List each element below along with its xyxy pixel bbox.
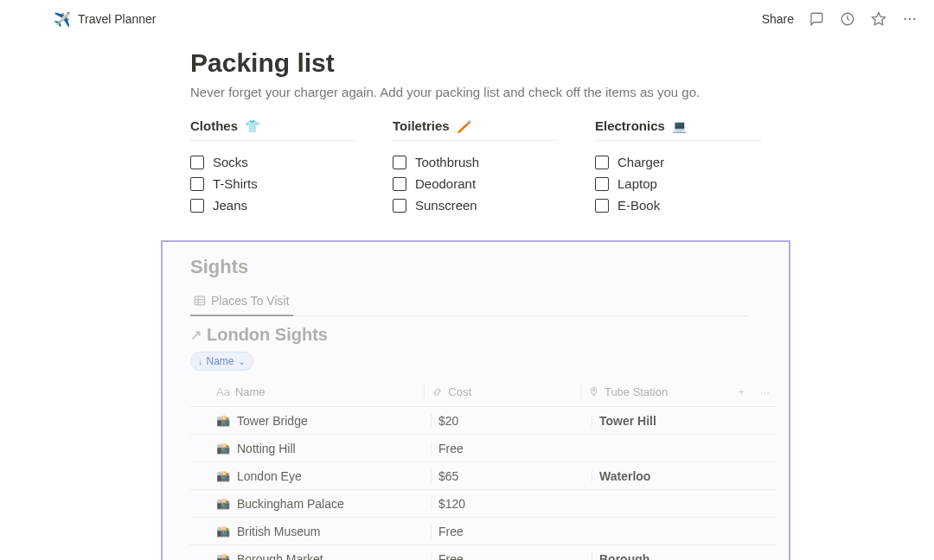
- topbar: ✈️ Travel Planner Share: [0, 0, 934, 38]
- link-icon: [432, 386, 443, 398]
- column-title: Clothes 👕: [190, 118, 356, 141]
- column-title: Electronics 💻: [595, 118, 761, 141]
- view-tabs: Places To Visit: [190, 289, 747, 316]
- sights-table: Aa Name Cost Tube Station + ··· 📸Tower B…: [190, 378, 777, 560]
- checkbox[interactable]: [595, 199, 609, 213]
- column-title: Toiletries 🪥: [393, 118, 559, 141]
- pin-icon: [588, 386, 599, 398]
- tab-label: Places To Visit: [211, 294, 290, 308]
- column-title-text: Toiletries: [393, 118, 450, 133]
- tab-places-to-visit[interactable]: Places To Visit: [190, 289, 293, 316]
- packing-subheading: Never forget your charger again. Add you…: [190, 85, 744, 99]
- svg-point-4: [913, 18, 915, 20]
- chevron-down-icon: ⌄: [238, 356, 246, 367]
- column-title-text: Clothes: [190, 118, 238, 133]
- todo-item[interactable]: Jeans: [190, 194, 356, 216]
- cell-name: Tower Bridge: [237, 414, 308, 428]
- todo-label: Sunscreen: [415, 198, 477, 213]
- todo-item[interactable]: Laptop: [595, 173, 761, 194]
- share-button[interactable]: Share: [762, 12, 794, 26]
- checkbox[interactable]: [595, 156, 609, 169]
- svg-point-3: [909, 18, 911, 20]
- todo-item[interactable]: Charger: [595, 151, 761, 173]
- column-more-button[interactable]: ···: [753, 385, 777, 398]
- column-header-label: Cost: [448, 385, 471, 398]
- column-header-name[interactable]: Aa Name: [190, 385, 424, 398]
- text-icon: Aa: [216, 385, 230, 398]
- checkbox[interactable]: [393, 156, 406, 169]
- cell-name: Buckingham Palace: [237, 497, 344, 511]
- topbar-actions: Share: [762, 10, 918, 28]
- todo-label: Socks: [213, 155, 248, 169]
- svg-point-2: [905, 18, 906, 20]
- checkbox[interactable]: [393, 177, 406, 191]
- todo-label: T-Shirts: [213, 176, 258, 191]
- sort-label: Name: [207, 355, 234, 367]
- svg-rect-5: [195, 296, 204, 305]
- cell-tube: Tower Hill: [592, 414, 745, 428]
- cell-name: British Museum: [237, 525, 320, 538]
- todo-item[interactable]: E-Book: [595, 194, 761, 216]
- todo-item[interactable]: Socks: [190, 151, 356, 173]
- cell-name: London Eye: [237, 469, 302, 483]
- cell-name: Notting Hill: [237, 442, 296, 455]
- cell-cost: Free: [431, 552, 592, 561]
- column-toiletries: Toiletries 🪥 Toothbrush Deodorant Sunscr…: [393, 118, 559, 216]
- page-content: Packing list Never forget your charger a…: [0, 38, 934, 560]
- camera-icon: 📸: [216, 469, 230, 482]
- checkbox[interactable]: [190, 177, 204, 191]
- database-title[interactable]: ↗ London Sights: [190, 325, 789, 345]
- laptop-icon: 💻: [672, 119, 687, 133]
- checkbox[interactable]: [190, 156, 204, 169]
- table-row[interactable]: 📸London Eye $65 Waterloo: [190, 462, 777, 490]
- sort-pill[interactable]: ↓ Name ⌄: [190, 352, 253, 371]
- checkbox[interactable]: [595, 177, 609, 191]
- add-column-button[interactable]: +: [730, 385, 753, 398]
- sights-heading: Sights: [190, 256, 789, 278]
- sights-block: Sights Places To Visit ↗ London Sights ↓…: [161, 240, 790, 560]
- camera-icon: 📸: [216, 442, 230, 455]
- camera-icon: 📸: [216, 552, 230, 560]
- star-icon[interactable]: [870, 10, 887, 28]
- table-row[interactable]: 📸British Museum Free: [190, 518, 777, 545]
- table-header: Aa Name Cost Tube Station + ···: [190, 378, 777, 407]
- open-arrow-icon: ↗: [190, 327, 202, 343]
- column-header-tube[interactable]: Tube Station: [580, 385, 730, 398]
- page-title-small: Travel Planner: [78, 12, 157, 26]
- todo-label: Charger: [617, 155, 664, 169]
- checkbox[interactable]: [393, 199, 406, 213]
- clock-icon[interactable]: [839, 10, 856, 28]
- packing-columns: Clothes 👕 Socks T-Shirts Jeans Toiletrie…: [190, 118, 934, 216]
- more-icon[interactable]: [901, 10, 918, 28]
- todo-label: E-Book: [617, 198, 660, 213]
- todo-item[interactable]: Toothbrush: [393, 151, 559, 173]
- column-header-label: Name: [235, 385, 265, 398]
- comments-icon[interactable]: [808, 10, 825, 28]
- camera-icon: 📸: [216, 497, 230, 510]
- cell-tube: Waterloo: [592, 469, 745, 483]
- column-clothes: Clothes 👕 Socks T-Shirts Jeans: [190, 118, 356, 216]
- arrow-down-icon: ↓: [198, 356, 203, 366]
- todo-label: Laptop: [617, 176, 657, 191]
- todo-item[interactable]: T-Shirts: [190, 173, 356, 194]
- cell-cost: $20: [431, 414, 592, 428]
- column-header-label: Tube Station: [605, 385, 668, 398]
- cell-tube: Borough: [592, 552, 745, 561]
- toothbrush-icon: 🪥: [457, 119, 471, 133]
- todo-item[interactable]: Sunscreen: [393, 194, 559, 216]
- table-row[interactable]: 📸Tower Bridge $20 Tower Hill: [190, 407, 777, 435]
- todo-item[interactable]: Deodorant: [393, 173, 559, 194]
- svg-point-9: [592, 389, 594, 391]
- column-electronics: Electronics 💻 Charger Laptop E-Book: [595, 118, 761, 216]
- todo-label: Jeans: [213, 198, 247, 213]
- cell-cost: $65: [431, 469, 592, 483]
- table-row[interactable]: 📸Buckingham Palace $120: [190, 490, 777, 518]
- breadcrumb[interactable]: ✈️ Travel Planner: [54, 11, 157, 28]
- table-row[interactable]: 📸Notting Hill Free: [190, 435, 777, 462]
- table-row[interactable]: 📸Borough Market Free Borough: [190, 545, 777, 560]
- svg-marker-1: [873, 13, 886, 25]
- checkbox[interactable]: [190, 199, 204, 213]
- column-header-cost[interactable]: Cost: [424, 385, 580, 398]
- shirt-icon: 👕: [245, 119, 259, 133]
- cell-cost: $120: [431, 497, 592, 511]
